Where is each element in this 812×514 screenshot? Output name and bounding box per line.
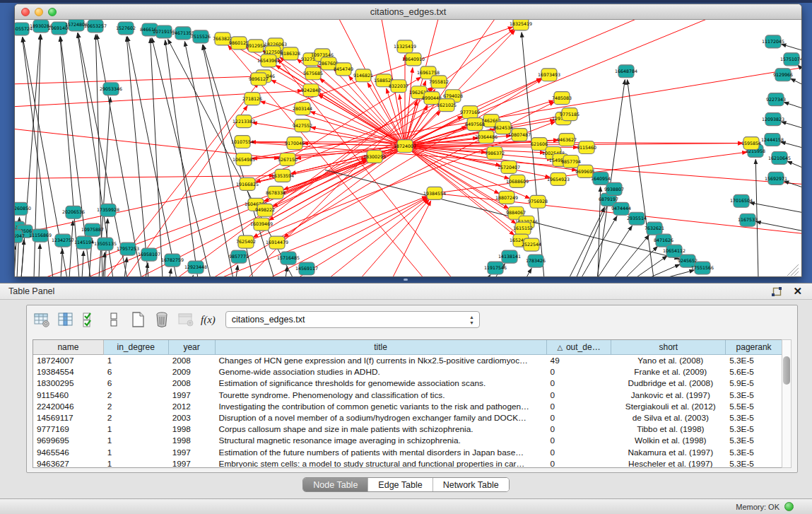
graph-node[interactable]: 7515526 [191,30,211,43]
graph-node[interactable]: 8454749 [334,63,353,76]
citation-edge-black[interactable] [286,267,287,277]
graph-node[interactable]: 20206536 [62,206,85,218]
table-cell[interactable]: Hescheler et al. (1997) [611,458,726,468]
citation-edge-red[interactable] [15,176,274,179]
graph-node[interactable]: 17016504 [730,194,753,207]
citation-edge-black[interactable] [787,161,801,167]
graph-node[interactable]: 7986372 [485,147,505,160]
graph-node[interactable]: 9170046 [285,137,305,150]
graph-node[interactable]: 9775185 [560,108,579,121]
table-cell[interactable]: Genome-wide association studies in ADHD. [216,366,547,378]
column-header-year[interactable]: year [169,340,216,355]
table-cell[interactable]: 0 [547,401,612,412]
graph-node[interactable]: 17359928 [97,204,119,216]
table-cell[interactable]: 0 [547,390,612,401]
citation-edge-black[interactable] [170,269,171,277]
graph-node[interactable]: 12093823 [762,113,784,126]
new-table-icon[interactable] [129,310,147,329]
table-cell[interactable]: 22420046 [33,401,104,412]
citation-edge-red[interactable] [269,197,427,277]
table-cell[interactable]: 9115460 [33,390,104,401]
graph-node[interactable]: 9498222 [255,204,275,216]
table-cell[interactable]: 9463627 [33,458,104,468]
show-columns-icon[interactable] [57,310,75,329]
table-selector-dropdown[interactable]: citations_edges.txt ▲▼ [225,311,480,328]
table-cell[interactable]: 1998 [169,435,216,446]
citation-network-graph[interactable]: 2405572418930284206914061572480810653257… [15,20,801,277]
citation-edge-red[interactable] [244,68,801,160]
graph-node[interactable]: 16543962 [257,54,280,67]
table-row[interactable]: 1872400712008Changes of HCN gene express… [33,355,782,366]
graph-node[interactable]: 14569117 [295,262,318,275]
table-cell[interactable]: Yano et al. (2008) [611,355,726,366]
split-pane-handle[interactable] [404,279,408,281]
graph-node[interactable]: 15716485 [277,252,300,264]
table-row[interactable]: 1938455462009Genome-wide association stu… [33,366,782,378]
graph-node[interactable]: 1621025 [437,99,457,112]
table-cell[interactable]: 1998 [169,424,216,435]
graph-node[interactable]: 7632621 [645,222,664,235]
graph-node[interactable]: 9427552 [293,119,312,132]
citation-edge-black[interactable] [61,249,62,277]
citation-edge-red[interactable] [405,146,550,177]
column-header-out_de[interactable]: △ out_de… [547,340,612,355]
citation-edge-black[interactable] [192,275,193,277]
graph-node[interactable]: 9146821 [353,69,373,82]
citation-edge-black[interactable] [39,244,40,277]
table-cell[interactable]: 1 [104,458,169,468]
graph-node[interactable]: 1167533 [738,214,758,226]
citation-edge-black[interactable] [781,44,801,50]
table-cell[interactable]: 2003 [169,412,216,424]
graph-node[interactable]: 9115460 [577,141,596,154]
graph-node[interactable]: 2718126 [242,93,262,105]
graph-node[interactable]: 9227343 [766,93,786,106]
table-cell[interactable]: 18300295 [33,378,104,389]
table-row[interactable]: 946362711997Embryonic stem cells: a mode… [33,458,782,468]
graph-node[interactable]: 621606 [531,138,548,151]
graph-node[interactable]: 7485083 [552,92,572,105]
table-cell[interactable]: 2012 [169,401,216,412]
table-vertical-scrollbar[interactable] [782,339,792,468]
graph-node[interactable]: 11917546 [484,262,507,274]
row-height-icon[interactable] [105,310,123,329]
table-cell[interactable]: 5.3E-5 [726,412,782,424]
table-cell[interactable]: 1 [104,355,169,366]
table-row[interactable]: 911546021997Tourette syndrome. Phenomeno… [33,390,782,401]
table-cell[interactable]: Jankovic et al. (1997) [611,390,726,401]
graph-node[interactable]: 16782759 [161,254,184,267]
citation-edge-black[interactable] [613,235,649,277]
graph-node[interactable]: 5675685 [303,67,323,80]
network-window[interactable]: citations_edges.txt 24055724189302842069… [14,4,802,277]
table-cell[interactable]: Estimation of significance thresholds fo… [216,378,547,389]
table-cell[interactable]: Nakamura et al. (1997) [611,447,726,458]
graph-node[interactable]: 2803144 [293,103,312,115]
graph-node[interactable]: 20364486 [475,131,498,144]
table-settings-icon[interactable] [33,310,51,329]
graph-node[interactable]: 1145194 [74,236,94,249]
graph-node[interactable]: 18325419 [510,20,532,30]
table-row[interactable]: 1456911722003Disruption of a novel membe… [33,412,782,424]
table-cell[interactable]: Structural magnetic resonance image aver… [216,435,547,446]
graph-node[interactable]: 9474444 [611,202,631,215]
graph-node[interactable]: 9857771 [229,250,249,263]
table-cell[interactable]: 6 [104,366,169,378]
delete-table-icon[interactable] [153,310,171,329]
table-cell[interactable]: 0 [547,458,612,468]
memory-status-icon[interactable] [784,502,794,511]
graph-node[interactable]: 12342757 [52,234,74,247]
table-cell[interactable]: 5.9E-5 [726,378,782,389]
citation-edge-black[interactable] [750,203,801,213]
citation-edge-black[interactable] [628,80,654,277]
table-cell[interactable]: 2008 [169,378,216,389]
table-cell[interactable]: 5.3E-5 [726,355,782,366]
graph-node[interactable]: 1640954 [591,172,611,185]
column-header-name[interactable]: name [33,340,104,355]
column-header-pagerank[interactable]: pagerank [726,340,782,355]
table-cell[interactable]: 1997 [169,390,216,401]
graph-node[interactable]: 18640910 [402,53,425,66]
table-cell[interactable]: 1997 [169,447,216,458]
graph-node[interactable]: 16210645 [768,151,791,164]
network-window-titlebar[interactable]: citations_edges.txt [15,4,801,20]
graph-node[interactable]: 16039469 [250,218,273,230]
table-cell[interactable]: 2009 [169,366,216,378]
